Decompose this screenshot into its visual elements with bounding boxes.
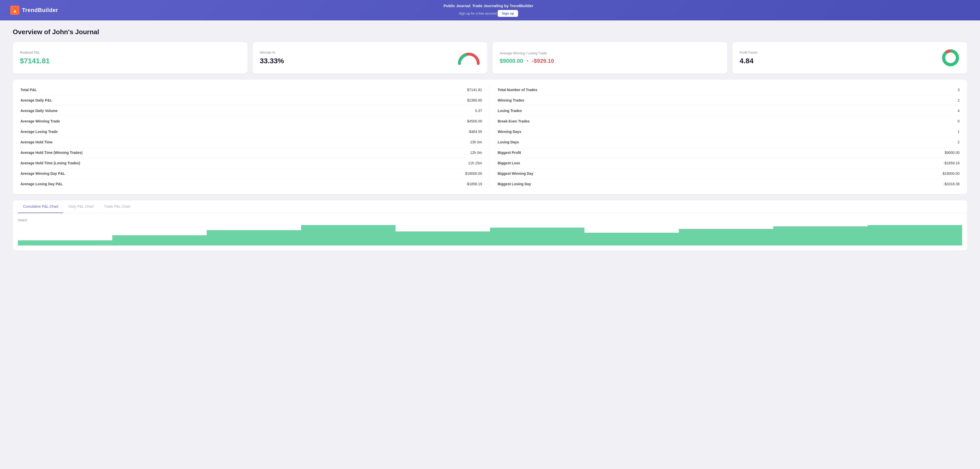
table-row: Biggest Losing Day -$3318.38	[498, 179, 959, 189]
row-label: Average Daily P&L	[21, 98, 52, 102]
avg-loss-value: -$929.10	[532, 58, 554, 64]
main-content: Overview of John's Journal Realized P&L …	[0, 21, 980, 258]
table-row: Winning Trades 2	[498, 95, 959, 106]
banner-title: Public Journal: Trade Journaling by Tren…	[58, 3, 919, 8]
row-label: Average Losing Trade	[21, 130, 58, 134]
tabs-content: Select	[13, 213, 967, 251]
row-value: $18000.00	[943, 172, 959, 176]
row-label: Average Hold Time (Winning Trades)	[21, 151, 83, 155]
realized-pnl-value: $7141.81	[20, 57, 50, 65]
row-value: 11h 15m	[468, 161, 482, 165]
profit-factor-value: 4.84	[740, 57, 758, 65]
logo-icon: 🔥	[10, 6, 19, 15]
row-value: -$464.55	[468, 130, 482, 134]
winrate-card: Winrate % 33.33%	[253, 42, 487, 73]
banner-center: Public Journal: Trade Journaling by Tren…	[58, 3, 919, 17]
row-value: $9000.00	[945, 151, 959, 155]
table-row: Losing Trades 4	[498, 106, 959, 116]
row-label: Biggest Profit	[498, 151, 521, 155]
row-label: Losing Trades	[498, 109, 522, 113]
realized-pnl-card: Realized P&L $7141.81	[13, 42, 248, 73]
chart-bar	[112, 235, 207, 245]
profit-factor-label: Profit Factor	[740, 51, 758, 54]
table-row: Biggest Profit $9000.00	[498, 148, 959, 158]
table-row: Average Losing Trade -$464.55	[21, 127, 482, 137]
realized-pnl-label: Realized P&L	[20, 51, 50, 54]
row-label: Average Losing Day P&L	[21, 182, 63, 186]
row-label: Average Winning Day P&L	[21, 172, 65, 176]
row-value: 4	[958, 109, 959, 113]
winrate-label: Winrate %	[260, 51, 284, 54]
row-value: -$1659.19	[943, 161, 959, 165]
table-row: Total P&L $7141.81	[21, 85, 482, 95]
row-value: $18000.00	[465, 172, 482, 176]
table-row: Average Losing Day P&L -$1858.19	[21, 179, 482, 189]
winrate-value: 33.33%	[260, 57, 284, 65]
row-value: 3	[958, 88, 959, 92]
row-value: -$1858.19	[466, 182, 482, 186]
table-row: Average Daily P&L $2380.60	[21, 95, 482, 106]
filter-label: Select	[18, 218, 27, 222]
row-value: 0	[958, 119, 959, 123]
table-row: Average Hold Time 23h 0m	[21, 137, 482, 148]
row-label: Biggest Winning Day	[498, 172, 533, 176]
row-value: 2	[958, 98, 959, 102]
avg-win-value: $9000.00	[500, 58, 523, 64]
chart-bar	[868, 225, 962, 245]
tabs-header: Cumulative P&L ChartDaily P&L ChartTrade…	[13, 200, 967, 213]
page-title: Overview of John's Journal	[13, 28, 967, 36]
table-row: Winning Days 1	[498, 127, 959, 137]
avg-separator: •	[527, 59, 528, 64]
stats-table-card: Total P&L $7141.81 Average Daily P&L $23…	[13, 79, 967, 194]
filter-row: Select	[18, 218, 962, 222]
avg-trade-card: Average Winning / Losing Trade $9000.00 …	[493, 42, 727, 73]
stats-right-col: Total Number of Trades 3 Winning Trades …	[490, 85, 967, 189]
row-label: Winning Trades	[498, 98, 524, 102]
logo-text: TrendBuilder	[22, 7, 58, 14]
row-value: 2	[958, 140, 959, 144]
row-label: Average Hold Time (Losing Trades)	[21, 161, 80, 165]
row-label: Losing Days	[498, 140, 519, 144]
chart-bar	[490, 227, 584, 245]
row-value: $7141.81	[467, 88, 482, 92]
table-row: Losing Days 2	[498, 137, 959, 148]
gauge-svg	[457, 51, 480, 65]
logo-area: 🔥 TrendBuilder	[10, 6, 58, 15]
table-row: Average Winning Day P&L $18000.00	[21, 169, 482, 179]
row-value: -$3318.38	[943, 182, 959, 186]
table-row: Average Daily Volume 0.37	[21, 106, 482, 116]
tab-item[interactable]: Cumulative P&L Chart	[18, 200, 63, 213]
chart-bar	[679, 229, 773, 245]
row-label: Average Hold Time	[21, 140, 52, 144]
row-value: 12h 0m	[470, 151, 482, 155]
table-row: Biggest Winning Day $18000.00	[498, 169, 959, 179]
row-value: 23h 0m	[470, 140, 482, 144]
chart-bar	[207, 230, 301, 245]
row-label: Total P&L	[21, 88, 37, 92]
signup-button[interactable]: Sign up	[498, 10, 518, 17]
banner-subtitle: Sign up for a free account Sign up	[58, 9, 919, 17]
table-row: Break Even Trades 0	[498, 116, 959, 127]
profit-factor-card: Profit Factor 4.84	[732, 42, 967, 73]
svg-point-2	[946, 53, 955, 62]
chart-bar	[396, 231, 490, 245]
tab-item[interactable]: Trade P&L Chart	[99, 200, 135, 213]
row-value: $4500.00	[467, 119, 482, 123]
chart-placeholder	[18, 225, 962, 245]
top-banner: 🔥 TrendBuilder Public Journal: Trade Jou…	[0, 0, 980, 21]
chart-bar	[301, 225, 396, 245]
stats-table-inner: Total P&L $7141.81 Average Daily P&L $23…	[13, 85, 967, 189]
table-row: Total Number of Trades 3	[498, 85, 959, 95]
table-row: Average Hold Time (Losing Trades) 11h 15…	[21, 158, 482, 169]
chart-bar	[18, 240, 112, 245]
row-value: 1	[958, 130, 959, 134]
avg-trade-label: Average Winning / Losing Trade	[500, 51, 554, 55]
profit-factor-donut	[941, 48, 960, 67]
chart-bar	[584, 233, 679, 245]
row-label: Break Even Trades	[498, 119, 530, 123]
row-label: Total Number of Trades	[498, 88, 537, 92]
chart-bar	[773, 226, 868, 245]
row-label: Biggest Losing Day	[498, 182, 531, 186]
table-row: Average Winning Trade $4500.00	[21, 116, 482, 127]
tab-item[interactable]: Daily P&L Chart	[63, 200, 99, 213]
